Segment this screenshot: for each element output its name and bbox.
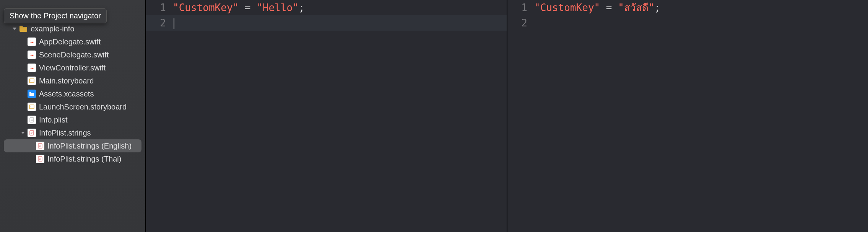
operator-token: =	[239, 2, 257, 13]
navigator-tooltip: Show the Project navigator	[4, 8, 107, 23]
tree-file-storyboard[interactable]: LaunchScreen.storyboard	[0, 100, 145, 113]
chevron-down-icon[interactable]	[20, 131, 26, 135]
tree-file-swift[interactable]: ViewController.swift	[0, 61, 145, 74]
code-line[interactable]: 1 "CustomKey" = "สวัสดี";	[507, 0, 868, 15]
tree-file-strings-group[interactable]: InfoPlist.strings	[0, 126, 145, 139]
svg-rect-0	[29, 79, 34, 83]
code-line[interactable]: 2	[507, 15, 868, 31]
tree-file-strings-thai[interactable]: InfoPlist.strings (Thai)	[0, 152, 145, 165]
tree-item-label: AppDelegate.swift	[39, 38, 101, 46]
line-number: 1	[507, 0, 534, 15]
svg-point-3	[30, 106, 31, 106]
svg-rect-7	[30, 131, 34, 135]
svg-rect-2	[29, 105, 34, 109]
plist-file-icon	[28, 116, 36, 124]
tree-item-label: Info.plist	[39, 116, 67, 124]
strings-file-icon	[36, 155, 44, 163]
line-number: 2	[507, 15, 534, 31]
tree-folder-root[interactable]: example-info	[0, 22, 145, 35]
tooltip-text: Show the Project navigator	[10, 11, 101, 20]
tree-item-label: LaunchScreen.storyboard	[39, 103, 127, 111]
tree-file-storyboard[interactable]: Main.storyboard	[0, 74, 145, 87]
tree-item-label: Assets.xcassets	[39, 90, 94, 98]
code-line-current[interactable]: 2	[146, 15, 507, 31]
file-tree: example-info AppDelegate.swift SceneDele…	[0, 0, 145, 165]
editor-pane-right[interactable]: 1 "CustomKey" = "สวัสดี"; 2	[507, 0, 868, 232]
folder-icon	[19, 25, 28, 33]
storyboard-file-icon	[28, 77, 36, 85]
project-navigator: Show the Project navigator example-info …	[0, 0, 145, 232]
svg-point-1	[30, 80, 31, 80]
tree-file-plist[interactable]: Info.plist	[0, 113, 145, 126]
storyboard-file-icon	[28, 103, 36, 111]
punct-token: ;	[299, 2, 305, 13]
swift-file-icon	[28, 51, 36, 59]
code-content[interactable]: "CustomKey" = "Hello";	[173, 0, 507, 15]
line-number: 2	[146, 15, 173, 31]
tree-item-label: example-info	[31, 25, 75, 33]
editor-pane-left[interactable]: 1 "CustomKey" = "Hello"; 2	[145, 0, 507, 232]
tree-item-label: Main.storyboard	[39, 77, 94, 85]
swift-file-icon	[28, 64, 36, 72]
code-area[interactable]: 1 "CustomKey" = "Hello"; 2	[146, 0, 507, 31]
tree-file-xcassets[interactable]: Assets.xcassets	[0, 87, 145, 100]
tree-item-label: InfoPlist.strings	[39, 129, 91, 137]
string-token: "สวัสดี"	[618, 2, 654, 13]
code-area[interactable]: 1 "CustomKey" = "สวัสดี"; 2	[507, 0, 868, 31]
tree-item-label: InfoPlist.strings (English)	[47, 142, 132, 150]
tree-item-label: SceneDelegate.swift	[39, 51, 109, 59]
tree-file-swift[interactable]: AppDelegate.swift	[0, 35, 145, 48]
tree-item-label: InfoPlist.strings (Thai)	[47, 155, 121, 163]
tree-file-swift[interactable]: SceneDelegate.swift	[0, 48, 145, 61]
strings-file-icon	[36, 142, 44, 150]
string-token: "CustomKey"	[534, 2, 600, 13]
strings-file-icon	[28, 129, 36, 137]
tree-item-label: ViewController.swift	[39, 64, 106, 72]
line-number: 1	[146, 0, 173, 15]
string-token: "Hello"	[257, 2, 299, 13]
text-cursor	[174, 18, 174, 29]
svg-rect-13	[38, 157, 42, 161]
operator-token: =	[600, 2, 618, 13]
code-content[interactable]	[173, 15, 507, 31]
punct-token: ;	[654, 2, 660, 13]
svg-rect-4	[30, 118, 34, 122]
svg-rect-10	[38, 144, 42, 148]
code-content[interactable]: "CustomKey" = "สวัสดี";	[534, 0, 868, 15]
code-line[interactable]: 1 "CustomKey" = "Hello";	[146, 0, 507, 15]
tree-file-strings-english[interactable]: InfoPlist.strings (English)	[4, 139, 141, 152]
string-token: "CustomKey"	[173, 2, 239, 13]
chevron-down-icon[interactable]	[11, 26, 18, 31]
xcassets-folder-icon	[28, 90, 36, 98]
swift-file-icon	[28, 38, 36, 46]
